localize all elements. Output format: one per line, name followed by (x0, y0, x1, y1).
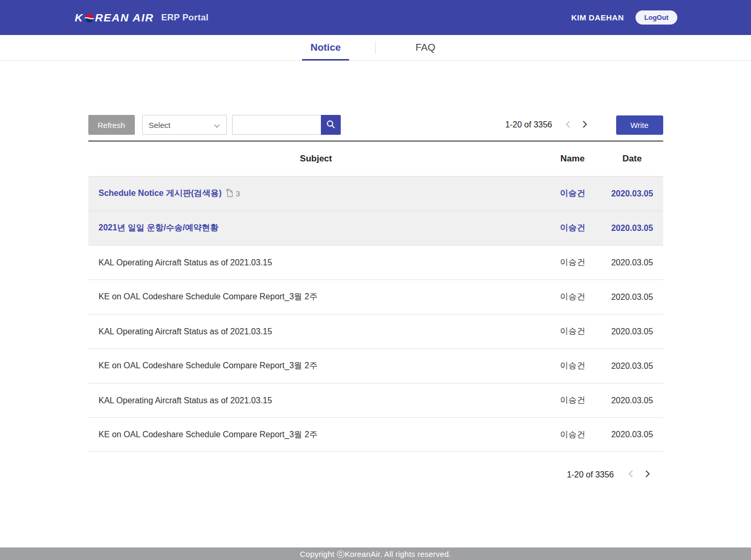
attachment-icon (226, 189, 234, 199)
korean-air-logo: K REAN AIR (75, 11, 154, 24)
table-row[interactable]: KAL Operating Aircraft Status as of 2021… (88, 383, 663, 417)
table-row[interactable]: KAL Operating Aircraft Status as of 2021… (88, 314, 663, 348)
taegeuk-icon (84, 13, 95, 24)
chevron-right-icon (645, 470, 651, 480)
author-name: 이승건 (544, 188, 602, 199)
column-header-subject: Subject (88, 154, 544, 164)
table-row[interactable]: KE on OAL Codeshare Schedule Compare Rep… (88, 279, 663, 314)
tab-bar: Notice FAQ (0, 35, 751, 61)
table-header-row: Subject Name Date (88, 142, 663, 176)
notice-date: 2020.03.05 (602, 224, 663, 233)
refresh-button[interactable]: Refresh (88, 115, 135, 135)
top-pager: 1-20 of 3356 Write (505, 115, 663, 135)
notice-board: Refresh Select 1-20 of 3356 (88, 115, 663, 482)
table-row[interactable]: KE on OAL Codeshare Schedule Compare Rep… (88, 348, 663, 383)
notice-subject-link[interactable]: KAL Operating Aircraft Status as of 2021… (99, 396, 272, 405)
search-group (232, 115, 341, 135)
author-name: 이승건 (544, 257, 602, 268)
author-name: 이승건 (544, 291, 602, 302)
pagination-range: 1-20 of 3356 (505, 120, 552, 130)
author-name: 이승건 (544, 223, 602, 234)
search-input[interactable] (232, 115, 321, 135)
chevron-right-icon (582, 120, 588, 130)
brand-text-left: K (75, 11, 84, 24)
header-right: KIM DAEHAN LogOut (571, 10, 677, 25)
notice-subject-link[interactable]: KE on OAL Codeshare Schedule Compare Rep… (99, 291, 318, 302)
chevron-left-icon (628, 470, 633, 480)
table-row[interactable]: Schedule Notice 게시판(검색용) 3 이승건 2020.03.0… (88, 176, 663, 211)
bottom-pager: 1-20 of 3356 (88, 468, 663, 482)
notice-date: 2020.03.05 (602, 430, 663, 439)
notice-date: 2020.03.05 (602, 327, 663, 336)
app-title: ERP Portal (161, 13, 209, 23)
chevron-down-icon (214, 121, 220, 130)
brand-wrap: K REAN AIR ERP Portal (75, 11, 209, 24)
chevron-left-icon (565, 120, 571, 130)
notice-date: 2020.03.05 (602, 189, 663, 199)
author-name: 이승건 (544, 429, 602, 440)
notice-subject-link[interactable]: 2021년 일일 운항/수송/예약현황 (99, 223, 218, 234)
copyright-footer: Copyright ⓒKoreanAir. All rights reserve… (0, 547, 751, 560)
table-row[interactable]: KAL Operating Aircraft Status as of 2021… (88, 245, 663, 279)
prev-page-button[interactable] (626, 468, 636, 482)
notice-date: 2020.03.05 (602, 361, 663, 371)
select-value: Select (149, 121, 171, 130)
notice-subject-link[interactable]: KE on OAL Codeshare Schedule Compare Rep… (99, 429, 318, 440)
notice-table: Subject Name Date Schedule Notice 게시판(검색… (88, 141, 663, 452)
pagination-range: 1-20 of 3356 (567, 470, 614, 480)
column-header-date: Date (602, 154, 663, 164)
next-page-button[interactable] (643, 468, 653, 482)
tab-faq[interactable]: FAQ (376, 35, 475, 60)
attachment-count: 3 (236, 189, 240, 198)
search-icon (326, 120, 336, 131)
write-button[interactable]: Write (616, 115, 663, 135)
author-name: 이승건 (544, 360, 602, 371)
author-name: 이승건 (544, 326, 602, 337)
notice-date: 2020.03.05 (602, 258, 663, 267)
user-name: KIM DAEHAN (571, 13, 624, 22)
brand-text-right: REAN AIR (95, 11, 154, 24)
next-page-button[interactable] (580, 118, 590, 132)
notice-subject-link[interactable]: KAL Operating Aircraft Status as of 2021… (99, 327, 272, 336)
search-button[interactable] (321, 115, 341, 135)
notice-date: 2020.03.05 (602, 396, 663, 405)
logout-button[interactable]: LogOut (636, 10, 677, 25)
tab-notice[interactable]: Notice (276, 35, 375, 60)
table-row[interactable]: 2021년 일일 운항/수송/예약현황 이승건 2020.03.05 (88, 211, 663, 245)
app-header: K REAN AIR ERP Portal KIM DAEHAN LogOut (0, 0, 751, 35)
author-name: 이승건 (544, 395, 602, 406)
search-category-select[interactable]: Select (142, 115, 227, 135)
notice-subject-link[interactable]: KAL Operating Aircraft Status as of 2021… (99, 258, 272, 267)
toolbar: Refresh Select 1-20 of 3356 (88, 115, 663, 135)
attachment-indicator: 3 (226, 189, 240, 199)
table-row[interactable]: KE on OAL Codeshare Schedule Compare Rep… (88, 417, 663, 452)
prev-page-button[interactable] (563, 118, 573, 132)
notice-subject-link[interactable]: Schedule Notice 게시판(검색용) (99, 188, 222, 199)
notice-subject-link[interactable]: KE on OAL Codeshare Schedule Compare Rep… (99, 360, 318, 371)
column-header-name: Name (544, 154, 602, 164)
notice-date: 2020.03.05 (602, 293, 663, 302)
